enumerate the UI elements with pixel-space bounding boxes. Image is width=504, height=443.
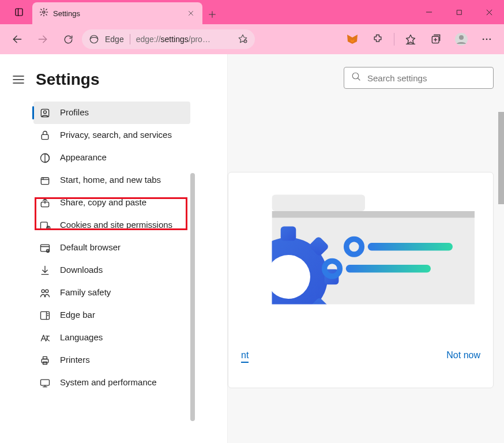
page-title: Settings [36, 70, 99, 89]
appearance-icon [39, 152, 51, 164]
svg-point-36 [44, 111, 47, 114]
svg-rect-83 [346, 265, 431, 272]
svg-rect-40 [41, 178, 48, 185]
refresh-button[interactable] [57, 28, 80, 51]
svg-point-2 [43, 11, 45, 13]
system-icon [39, 377, 51, 389]
svg-rect-57 [42, 359, 48, 363]
edge-logo-icon [89, 34, 99, 44]
svg-marker-18 [347, 35, 358, 44]
svg-point-31 [490, 39, 491, 40]
card-link-not-now[interactable]: Not now [446, 350, 480, 363]
svg-rect-37 [42, 134, 48, 139]
nav-languages[interactable]: Languages [33, 326, 190, 349]
svg-point-52 [46, 290, 48, 292]
forward-button [31, 28, 54, 51]
svg-point-69 [266, 255, 310, 299]
url-text: edge://settings/pro… [136, 35, 210, 44]
browser-icon [39, 242, 51, 254]
svg-line-64 [358, 78, 360, 80]
svg-point-30 [486, 39, 488, 40]
separator [130, 34, 130, 44]
more-menu-button[interactable] [475, 28, 498, 51]
extension-metamask-icon[interactable] [341, 28, 364, 51]
close-tab-icon[interactable] [186, 9, 195, 18]
hamburger-menu-button[interactable] [12, 73, 25, 87]
content-scrollbar[interactable] [498, 112, 504, 204]
svg-rect-8 [457, 10, 461, 14]
search-icon [351, 72, 362, 84]
svg-point-51 [42, 290, 44, 292]
nav-default-browser[interactable]: Default browser [33, 236, 190, 259]
collections-button[interactable] [424, 28, 447, 51]
card-link-left[interactable]: nt [241, 350, 249, 363]
svg-rect-58 [43, 356, 47, 359]
svg-point-13 [90, 35, 98, 43]
nav-printers[interactable]: Printers [33, 349, 190, 371]
svg-marker-20 [407, 35, 415, 44]
edgebar-icon [39, 310, 51, 321]
profile-avatar-button[interactable] [450, 28, 473, 51]
svg-rect-78 [255, 305, 475, 337]
svg-point-29 [483, 39, 484, 40]
favorites-button[interactable] [399, 28, 422, 51]
search-settings[interactable] [344, 67, 494, 89]
tabs-icon [39, 175, 51, 186]
family-icon [39, 287, 51, 299]
browser-tab-settings[interactable]: Settings [32, 2, 202, 24]
svg-rect-81 [368, 243, 453, 250]
highlight-annotation [35, 197, 187, 230]
nav-edge-bar[interactable]: Edge bar [33, 304, 190, 326]
svg-rect-0 [16, 9, 22, 16]
tab-title: Settings [53, 9, 182, 18]
favorite-icon[interactable] [238, 33, 248, 46]
edge-label: Edge [105, 35, 124, 44]
address-bar[interactable]: Edge edge://settings/pro… [82, 29, 255, 49]
profile-icon [39, 107, 51, 119]
language-icon [39, 332, 51, 344]
settings-nav-scrollbar[interactable] [190, 173, 195, 421]
extensions-button[interactable] [366, 28, 389, 51]
svg-rect-60 [41, 380, 50, 385]
svg-rect-66 [272, 195, 366, 212]
svg-point-28 [459, 35, 464, 40]
svg-rect-46 [41, 245, 50, 251]
new-tab-button[interactable] [202, 5, 222, 24]
profile-card: nt Not now [228, 172, 494, 388]
search-input[interactable] [367, 73, 486, 83]
printer-icon [39, 355, 51, 366]
svg-rect-70 [281, 227, 296, 241]
window-close-button[interactable] [474, 0, 504, 24]
separator [394, 33, 394, 46]
nav-appearance[interactable]: Appearance [33, 147, 190, 169]
profile-illustration [255, 185, 475, 347]
window-maximize-button[interactable] [444, 0, 474, 24]
nav-downloads[interactable]: Downloads [33, 259, 190, 281]
window-minimize-button[interactable] [414, 0, 444, 24]
gear-icon [39, 7, 48, 19]
back-button[interactable] [6, 28, 29, 51]
tab-actions-icon[interactable] [6, 0, 32, 24]
lock-icon [39, 130, 51, 141]
nav-system[interactable]: System and performance [33, 371, 190, 394]
nav-privacy[interactable]: Privacy, search, and services [33, 124, 190, 147]
svg-rect-67 [272, 211, 475, 217]
settings-nav: Profiles Privacy, search, and services A… [33, 102, 190, 394]
nav-family[interactable]: Family safety [33, 281, 190, 304]
nav-profiles[interactable]: Profiles [33, 102, 190, 124]
nav-start-home[interactable]: Start, home, and new tabs [33, 169, 190, 192]
svg-rect-79 [255, 195, 272, 337]
download-icon [39, 265, 51, 276]
